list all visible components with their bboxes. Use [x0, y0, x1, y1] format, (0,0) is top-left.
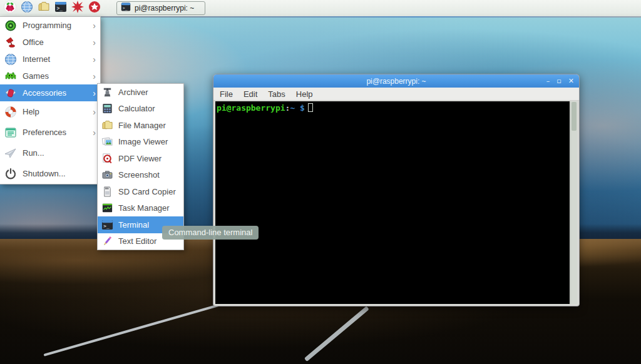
minimize-icon[interactable]: –	[546, 78, 550, 84]
taskbar-window-button[interactable]: >_ pi@raspberrypi: ~	[116, 1, 205, 15]
submenu-arrow-icon: ›	[93, 21, 96, 30]
terminal-icon: >_	[54, 1, 67, 16]
wolfram-icon	[88, 1, 101, 16]
archiver-clamp-icon	[101, 86, 113, 98]
office-icon	[4, 36, 17, 49]
task-manager-icon	[101, 202, 113, 214]
submenu-item-image-viewer[interactable]: Image Viewer	[98, 134, 183, 151]
games-invader-icon	[4, 70, 17, 83]
menu-item-help[interactable]: Help ›	[0, 101, 100, 122]
shutdown-power-icon	[4, 168, 17, 180]
terminal-window: pi@raspberrypi: ~ – ▫ ✕ File Edit Tabs H…	[213, 74, 580, 306]
submenu-item-screenshot[interactable]: Screenshot	[98, 167, 183, 184]
scrollbar-thumb[interactable]	[572, 102, 577, 131]
window-controls: – ▫ ✕	[546, 74, 574, 88]
menu-item-programming[interactable]: Programming ›	[0, 17, 100, 34]
file-manager-folders-icon	[38, 1, 50, 16]
submenu-arrow-icon: ›	[93, 89, 96, 98]
menu-item-games[interactable]: Games ›	[0, 68, 100, 84]
raspberry-menu-icon	[4, 1, 16, 16]
internet-globe-icon	[4, 53, 17, 66]
menu-item-preferences[interactable]: Preferences ›	[0, 122, 100, 143]
terminal-launcher[interactable]: >_	[52, 1, 69, 16]
wolfram-launcher[interactable]	[86, 1, 103, 16]
applications-menu: Programming › Office › Internet › Games …	[0, 16, 101, 185]
menu-item-accessories[interactable]: Accessories ›	[0, 84, 100, 101]
mathematica-launcher[interactable]	[69, 1, 86, 16]
mathematica-spikey-icon	[71, 1, 84, 16]
screenshot-camera-icon	[101, 169, 113, 181]
sd-card-icon	[101, 186, 113, 198]
terminal-output-area[interactable]: pi@raspberrypi:~ $	[215, 101, 570, 304]
close-icon[interactable]: ✕	[568, 78, 574, 84]
menubar-tabs[interactable]: Tabs	[266, 89, 287, 99]
submenu-item-task-manager[interactable]: Task Manager	[98, 200, 183, 217]
menu-button[interactable]	[1, 1, 18, 16]
submenu-arrow-icon: ›	[93, 55, 96, 64]
terminal-icon: >_	[101, 219, 113, 231]
accessories-knife-icon	[4, 87, 17, 99]
menu-item-internet[interactable]: Internet ›	[0, 51, 100, 68]
submenu-item-sd-card-copier[interactable]: SD Card Copier	[98, 183, 183, 200]
web-browser-globe-icon	[21, 1, 33, 16]
preferences-icon	[4, 126, 17, 139]
accessories-submenu: Archiver Calculator File Manager Image V…	[97, 83, 184, 250]
submenu-item-archiver[interactable]: Archiver	[98, 84, 183, 101]
window-title: pi@raspberrypi: ~	[366, 77, 426, 86]
run-paper-plane-icon	[4, 147, 17, 159]
svg-text:>_: >_	[103, 223, 110, 229]
taskbar-window-label: pi@raspberrypi: ~	[135, 4, 194, 13]
programming-icon	[4, 19, 17, 32]
menubar-file[interactable]: File	[218, 89, 235, 99]
taskbar: >_ >_ pi@raspberrypi: ~	[0, 0, 641, 16]
menu-item-office[interactable]: Office ›	[0, 34, 100, 51]
svg-text:>_: >_	[123, 6, 128, 11]
terminal-menubar: File Edit Tabs Help	[213, 88, 579, 101]
shell-prompt: pi@raspberrypi:~ $	[217, 103, 568, 113]
tooltip-text: Command-line terminal	[168, 228, 252, 237]
pdf-viewer-icon	[101, 153, 113, 164]
file-manager-launcher[interactable]	[35, 1, 52, 16]
calculator-icon	[101, 103, 113, 114]
tooltip: Command-line terminal	[162, 226, 259, 240]
submenu-arrow-icon: ›	[93, 38, 96, 47]
browser-launcher[interactable]	[18, 1, 35, 16]
image-viewer-photos-icon	[101, 136, 113, 148]
terminal-cursor	[308, 103, 313, 112]
submenu-item-file-manager[interactable]: File Manager	[98, 117, 183, 134]
menu-item-run[interactable]: Run...	[0, 143, 100, 163]
menubar-edit[interactable]: Edit	[242, 89, 259, 99]
submenu-arrow-icon: ›	[93, 128, 96, 137]
submenu-arrow-icon: ›	[93, 72, 96, 81]
submenu-item-calculator[interactable]: Calculator	[98, 101, 183, 118]
terminal-titlebar[interactable]: pi@raspberrypi: ~ – ▫ ✕	[213, 74, 579, 88]
submenu-item-pdf-viewer[interactable]: PDF Viewer	[98, 150, 183, 167]
file-manager-folders-icon	[101, 119, 113, 131]
menu-item-shutdown[interactable]: Shutdown...	[0, 163, 100, 184]
menubar-help[interactable]: Help	[294, 89, 315, 99]
svg-text:>_: >_	[56, 6, 63, 11]
help-lifebuoy-icon	[4, 106, 17, 118]
terminal-scrollbar[interactable]	[570, 101, 577, 304]
terminal-icon: >_	[121, 2, 131, 14]
submenu-arrow-icon: ›	[93, 108, 96, 116]
text-editor-pencil-icon	[101, 235, 113, 247]
maximize-icon[interactable]: ▫	[556, 78, 561, 84]
